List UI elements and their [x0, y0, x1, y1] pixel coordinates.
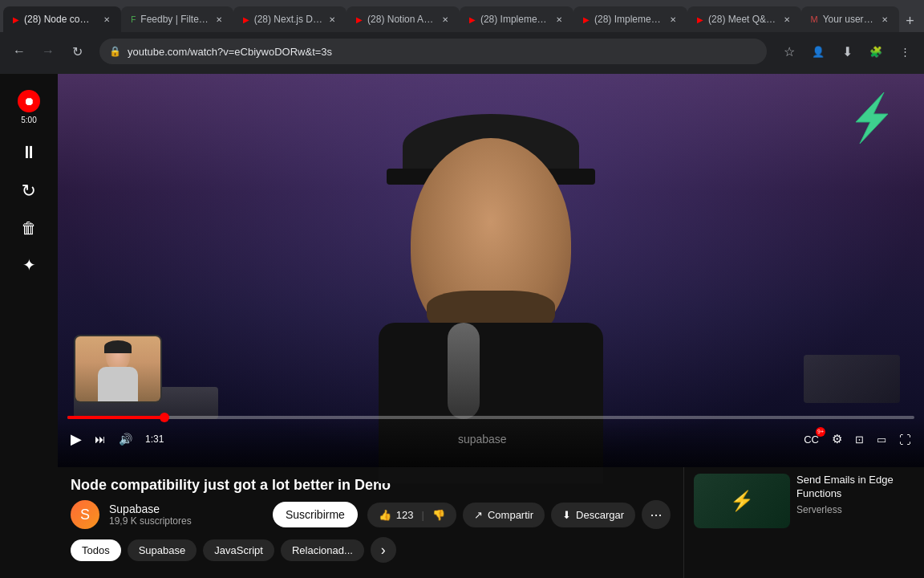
- tab-3[interactable]: ▶ (28) Next.js Da... ✕: [233, 6, 346, 32]
- share-label: Compartir: [488, 509, 533, 521]
- volume-button[interactable]: 🔊: [116, 429, 136, 449]
- tab-4[interactable]: ▶ (28) Notion AI i... ✕: [346, 6, 460, 32]
- tab-8-title: Your users'...: [823, 14, 875, 25]
- tab-2-favicon: F: [131, 15, 136, 24]
- pause-button[interactable]: ⏸: [3, 132, 55, 168]
- tab-6-favicon: ▶: [583, 15, 590, 24]
- effects-button[interactable]: ✦: [3, 246, 55, 279]
- video-controls: ▶ ⏭ 🔊 1:31 supabase CC 9+ ⚙ ⊡ ▭: [58, 416, 924, 467]
- theater-button[interactable]: ▭: [873, 430, 890, 449]
- related-video-1[interactable]: ⚡ Send Emails in Edge Functions Serverle…: [684, 467, 924, 535]
- channel-avatar-icon: S: [80, 507, 90, 523]
- captions-button[interactable]: CC 9+: [800, 430, 822, 449]
- trash-icon: 🗑: [21, 219, 37, 238]
- tab-4-close[interactable]: ✕: [440, 14, 450, 26]
- like-count: 123: [396, 509, 414, 521]
- forward-button[interactable]: →: [35, 39, 61, 64]
- tab-5-favicon: ▶: [469, 15, 476, 24]
- captions-badge: 9+: [816, 427, 825, 437]
- progress-bar[interactable]: [67, 416, 914, 419]
- tags-row: Todos Supabase JavaScript Relacionad... …: [71, 537, 671, 563]
- tab-6-title: (28) Implement...: [594, 14, 663, 25]
- download-icon[interactable]: ⬇: [834, 39, 860, 64]
- tag-todos[interactable]: Todos: [71, 539, 121, 561]
- extensions-icon[interactable]: 🧩: [863, 39, 889, 64]
- pip-video: [75, 336, 160, 401]
- dislike-icon: 👎: [432, 509, 445, 521]
- related-title-1: Send Emails in Edge Functions: [796, 474, 914, 501]
- tags-next-button[interactable]: ›: [371, 537, 396, 563]
- tab-4-title: (28) Notion AI i...: [367, 14, 436, 25]
- browser-chrome: ▶ (28) Node comp... ✕ F Feedby | Filter …: [0, 0, 924, 74]
- more-options-button[interactable]: ···: [642, 500, 671, 529]
- progress-dot: [160, 413, 169, 422]
- bookmark-icon[interactable]: ☆: [776, 39, 802, 64]
- tab-8-favicon: M: [811, 14, 818, 24]
- settings-icon[interactable]: ⋮: [892, 39, 918, 64]
- supabase-logo: [840, 86, 904, 153]
- time-display: 1:31: [145, 434, 164, 445]
- tab-1[interactable]: ▶ (28) Node comp... ✕: [3, 6, 121, 32]
- video-player[interactable]: ▶ ⏭ 🔊 1:31 supabase CC 9+ ⚙ ⊡ ▭: [58, 74, 924, 467]
- settings-video-button[interactable]: ⚙: [829, 429, 845, 450]
- related-videos-panel: ⚡ Send Emails in Edge Functions Serverle…: [683, 467, 924, 578]
- nav-bar: ← → ↻ 🔒 youtube.com/watch?v=eCbiywoDORw&…: [0, 32, 924, 71]
- effects-icon: ✦: [22, 255, 36, 275]
- tab-7[interactable]: ▶ (28) Meet Q&A... ✕: [687, 6, 800, 32]
- subscribe-button[interactable]: Suscribirme: [273, 502, 358, 527]
- share-icon: ↗: [474, 509, 483, 521]
- tab-2-close[interactable]: ✕: [214, 14, 224, 26]
- play-button[interactable]: ▶: [67, 427, 85, 451]
- svg-marker-0: [856, 92, 888, 144]
- tab-6-close[interactable]: ✕: [668, 14, 678, 26]
- tab-8[interactable]: M Your users'... ✕: [801, 6, 900, 32]
- tab-7-close[interactable]: ✕: [782, 14, 792, 26]
- back-button[interactable]: ←: [6, 39, 32, 64]
- delete-button[interactable]: 🗑: [3, 210, 55, 242]
- channel-avatar[interactable]: S: [71, 500, 99, 529]
- download-label: Descargar: [576, 509, 624, 521]
- youtube-app: ⏺ 5:00 ⏸ ↺ 🗑 ✦: [0, 74, 924, 578]
- miniplayer-button[interactable]: ⊡: [852, 430, 867, 449]
- tab-3-close[interactable]: ✕: [327, 14, 337, 26]
- like-icon: 👍: [379, 509, 391, 521]
- tab-5-title: (28) Implement...: [480, 14, 549, 25]
- new-tab-button[interactable]: +: [899, 10, 921, 32]
- supabase-watermark: supabase: [458, 433, 507, 446]
- more-icon: ···: [650, 507, 662, 523]
- tab-3-title: (28) Next.js Da...: [254, 14, 322, 25]
- tab-2-title: Feedby | Filter ...: [140, 14, 209, 25]
- video-scene: [58, 74, 924, 467]
- url-bar[interactable]: 🔒 youtube.com/watch?v=eCbiywoDORw&t=3s: [99, 39, 767, 64]
- record-button[interactable]: ⏺ 5:00: [3, 80, 55, 129]
- next-button[interactable]: ⏭: [91, 429, 109, 449]
- tab-1-title: (28) Node comp...: [24, 14, 97, 25]
- rewind-icon: ↺: [22, 181, 36, 201]
- download-button[interactable]: ⬇ Descargar: [551, 503, 635, 527]
- controls-row: ▶ ⏭ 🔊 1:31 supabase CC 9+ ⚙ ⊡ ▭: [67, 427, 914, 451]
- tag-javascript[interactable]: JavaScript: [203, 539, 274, 561]
- tab-5-close[interactable]: ✕: [554, 14, 564, 26]
- share-button[interactable]: ↗ Compartir: [463, 503, 545, 527]
- tab-1-close[interactable]: ✕: [102, 14, 111, 26]
- download-icon: ⬇: [562, 509, 571, 521]
- rewind-button[interactable]: ↺: [3, 171, 55, 206]
- tab-bar: ▶ (28) Node comp... ✕ F Feedby | Filter …: [0, 0, 924, 32]
- tag-supabase[interactable]: Supabase: [128, 539, 197, 561]
- action-buttons: 👍 123 | 👎 ↗ Compartir ⬇ Descargar: [367, 500, 671, 529]
- youtube-main: ▶ ⏭ 🔊 1:31 supabase CC 9+ ⚙ ⊡ ▭: [58, 74, 924, 578]
- like-button[interactable]: 👍 123 | 👎: [367, 503, 456, 527]
- fullscreen-button[interactable]: ⛶: [896, 429, 914, 450]
- tab-6[interactable]: ▶ (28) Implement... ✕: [573, 6, 687, 32]
- reload-button[interactable]: ↻: [64, 39, 90, 64]
- tab-2[interactable]: F Feedby | Filter ... ✕: [121, 6, 233, 32]
- video-info: Node compatibility just got a lot better…: [58, 467, 683, 578]
- related-channel-1: Serverless: [796, 504, 914, 515]
- tag-relacionado[interactable]: Relacionad...: [281, 539, 364, 561]
- nav-icons: ☆ 👤 ⬇ 🧩 ⋮: [776, 39, 918, 64]
- related-thumbnail-1: ⚡: [694, 474, 790, 528]
- record-icon: ⏺: [18, 90, 40, 112]
- tab-8-close[interactable]: ✕: [880, 14, 890, 26]
- tab-5[interactable]: ▶ (28) Implement... ✕: [460, 6, 573, 32]
- profile-icon[interactable]: 👤: [805, 39, 831, 64]
